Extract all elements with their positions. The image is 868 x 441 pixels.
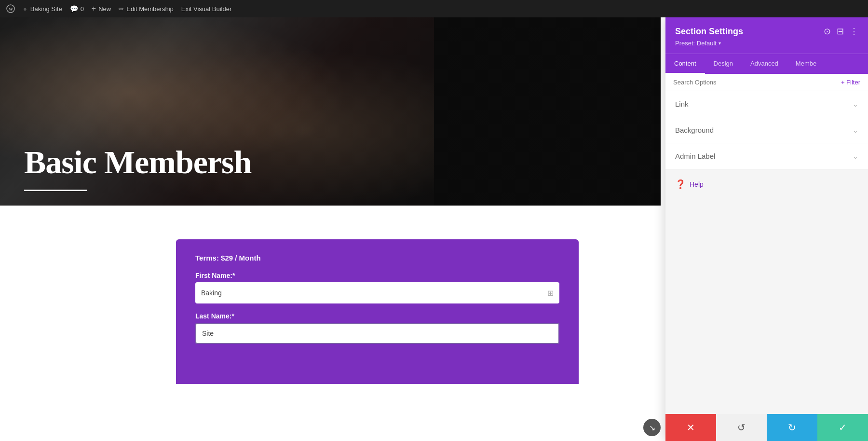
last-name-field-wrap bbox=[195, 323, 559, 344]
redo-button[interactable]: ↻ bbox=[767, 414, 817, 441]
hero-title: Basic Membersh bbox=[24, 143, 251, 181]
hero-extension bbox=[434, 17, 661, 206]
help-link[interactable]: Help bbox=[690, 180, 704, 188]
panel-title: Section Settings bbox=[675, 27, 743, 37]
new-button[interactable]: + New bbox=[92, 4, 111, 13]
tab-design[interactable]: Design bbox=[705, 54, 742, 74]
panel-header-icons: ⊙ ⊟ ⋮ bbox=[824, 26, 858, 37]
accordion-admin-label-chevron-icon: ⌄ bbox=[853, 152, 858, 160]
accordion-link-label: Link bbox=[675, 100, 689, 108]
accordion-background-label: Background bbox=[675, 126, 714, 134]
hero-underline bbox=[24, 190, 87, 191]
accordion-background: Background ⌄ bbox=[665, 117, 868, 143]
save-button[interactable]: ✓ bbox=[817, 414, 868, 441]
panel-help: ❓ Help bbox=[665, 169, 868, 199]
filter-button[interactable]: + Filter bbox=[841, 79, 860, 86]
svg-text:W: W bbox=[9, 7, 13, 12]
canvas: Basic Membersh Terms: $29 / Month First … bbox=[0, 17, 868, 441]
help-icon: ❓ bbox=[675, 179, 686, 190]
accordion-background-header[interactable]: Background ⌄ bbox=[665, 117, 868, 143]
edit-membership-link[interactable]: ✏ Edit Membership bbox=[119, 5, 174, 13]
exit-visual-builder-link[interactable]: Exit Visual Builder bbox=[181, 5, 232, 13]
first-name-field-wrap: ⊞ bbox=[195, 282, 559, 303]
accordion-link: Link ⌄ bbox=[665, 91, 868, 117]
split-view-icon[interactable]: ⊟ bbox=[837, 26, 844, 37]
last-name-input[interactable] bbox=[195, 323, 559, 344]
first-name-input[interactable] bbox=[195, 282, 559, 303]
action-bar: ✕ ↺ ↻ ✓ bbox=[665, 414, 868, 441]
panel-preset[interactable]: Preset: Default ▾ bbox=[675, 40, 858, 47]
tab-content[interactable]: Content bbox=[665, 54, 705, 74]
site-name[interactable]: ● Baking Site bbox=[23, 5, 62, 13]
panel-search-bar: + Filter bbox=[665, 74, 868, 91]
wp-logo-icon[interactable]: W bbox=[6, 4, 15, 14]
comments-link[interactable]: 💬 0 bbox=[70, 5, 84, 13]
last-name-label: Last Name:* bbox=[195, 312, 559, 320]
panel-body: + Filter Link ⌄ Background ⌄ Admin Label bbox=[665, 74, 868, 441]
first-name-icon: ⊞ bbox=[547, 289, 554, 298]
more-options-icon[interactable]: ⋮ bbox=[850, 26, 858, 37]
fullscreen-icon[interactable]: ⊙ bbox=[824, 26, 831, 37]
preset-arrow-icon: ▾ bbox=[719, 41, 721, 46]
search-options-input[interactable] bbox=[673, 79, 837, 86]
panel-title-row: Section Settings ⊙ ⊟ ⋮ bbox=[675, 26, 858, 37]
hero-section: Basic Membersh bbox=[0, 17, 434, 206]
accordion-admin-label-header[interactable]: Admin Label ⌄ bbox=[665, 143, 868, 169]
tab-advanced[interactable]: Advanced bbox=[742, 54, 787, 74]
accordion-admin-label: Admin Label ⌄ bbox=[665, 143, 868, 169]
cancel-button[interactable]: ✕ bbox=[665, 414, 716, 441]
form-section: Terms: $29 / Month First Name:* ⊞ Last N… bbox=[176, 239, 579, 384]
terms-label: Terms: $29 / Month bbox=[195, 254, 559, 262]
first-name-label: First Name:* bbox=[195, 272, 559, 279]
accordion-link-chevron-icon: ⌄ bbox=[853, 100, 858, 108]
accordion-background-chevron-icon: ⌄ bbox=[853, 126, 858, 134]
accordion-link-header[interactable]: Link ⌄ bbox=[665, 91, 868, 117]
accordion-admin-label-label: Admin Label bbox=[675, 152, 715, 160]
arrow-button[interactable]: ↘ bbox=[643, 419, 661, 436]
panel-header: Section Settings ⊙ ⊟ ⋮ Preset: Default ▾ bbox=[665, 17, 868, 54]
panel-tabs: Content Design Advanced Membe bbox=[665, 54, 868, 74]
undo-button[interactable]: ↺ bbox=[716, 414, 767, 441]
tab-membe[interactable]: Membe bbox=[787, 54, 825, 74]
section-settings-panel: Section Settings ⊙ ⊟ ⋮ Preset: Default ▾… bbox=[665, 17, 868, 441]
admin-bar: W ● Baking Site 💬 0 + New ✏ Edit Members… bbox=[0, 0, 868, 17]
